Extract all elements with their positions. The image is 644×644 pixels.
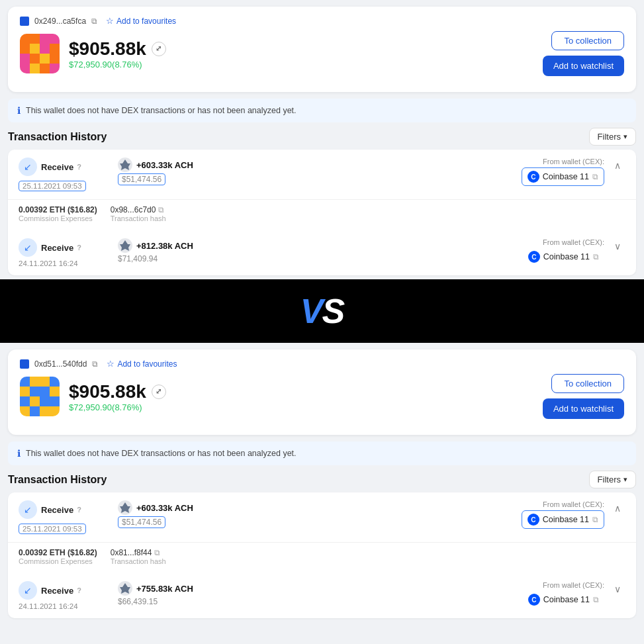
vs-text: VS	[300, 291, 344, 331]
add-favourites-2[interactable]: ☆ Add to favourites	[107, 359, 177, 369]
tx-date-2-1: 25.11.2021 09:53	[19, 524, 86, 534]
svg-marker-3	[120, 583, 130, 594]
tx-row-main-2-1: ↙ Receive ? 25.11.2021 09:53	[8, 492, 636, 543]
from-label-1-1: From wallet (CEX):	[543, 158, 604, 165]
share-icon-2[interactable]: ⤢	[152, 385, 166, 399]
receive-icon-1-1: ↙	[19, 158, 37, 176]
svg-marker-2	[120, 502, 130, 513]
wallet-address-row-2: 0xd51...540fdd ⧉ ☆ Add to favourites	[20, 359, 624, 369]
add-watchlist-btn-1[interactable]: Add to watchlist	[543, 56, 624, 76]
copy-wallet-icon-1-1[interactable]: ⧉	[592, 172, 598, 181]
tx-help-2-1: ?	[77, 506, 81, 514]
tx-row-1-2: ↙ Receive ? 24.11.2021 16:24	[8, 230, 636, 275]
tx-amount-main-2-2: +755.83k ACH	[136, 584, 193, 594]
tx-type-label-2-2: Receive ?	[41, 586, 81, 596]
token-icon-1-1	[118, 158, 132, 172]
tx-from-col-2-1: From wallet (CEX): C Coinbase 11 ⧉	[442, 500, 604, 529]
tx-token-2-1: +603.33k ACH	[118, 500, 280, 515]
info-banner-1: ℹ This wallet does not have DEX transact…	[8, 99, 636, 122]
wallet-header-2: $905.88k ⤢ $72,950.90(8.76%) To collecti…	[20, 374, 624, 419]
tx-amount-main-1-1: +603.33k ACH	[136, 160, 193, 170]
svg-marker-0	[120, 160, 130, 170]
hash-col-1-1: 0x98...6c7d0 ⧉ Transaction hash	[111, 205, 166, 222]
tx-row-detail-1-1: 0.00392 ETH ($16.82) Commission Expenses…	[8, 200, 636, 230]
from-wallet-box-1-1: C Coinbase 11 ⧉	[522, 167, 604, 186]
wallet-address-row-1: 0x249...ca5fca ⧉ ☆ Add to favourites	[20, 16, 624, 26]
token-icon-2-2	[118, 581, 132, 596]
info-icon-1: ℹ	[17, 105, 21, 116]
copy-icon-2[interactable]: ⧉	[92, 359, 101, 369]
tx-date-1-2: 24.11.2021 16:24	[19, 259, 118, 267]
tx-amount-sub-1-2: $71,409.94	[118, 254, 280, 263]
add-watchlist-btn-2[interactable]: Add to watchlist	[543, 398, 624, 419]
tx-from-col-1-1: From wallet (CEX): C Coinbase 11 ⧉	[442, 158, 604, 186]
tx-token-2-2: +755.83k ACH	[118, 581, 280, 596]
tx-amount-sub-1-1: $51,474.56	[118, 173, 165, 185]
tx-help-1-2: ?	[77, 244, 81, 252]
wallet-actions-1: To collection Add to watchlist	[543, 31, 624, 76]
chevron-down-icon-2: ▾	[623, 475, 627, 484]
tx-token-1-2: +812.38k ACH	[118, 238, 280, 253]
tx-type-label-1-1: Receive ?	[41, 162, 81, 172]
to-collection-btn-1[interactable]: To collection	[551, 31, 624, 50]
wallet-amount-1: $905.88k ⤢ $72,950.90(8.76%)	[69, 38, 166, 69]
from-wallet-name-1-1: Coinbase 11	[543, 172, 589, 181]
tx-row-detail-2-1: 0.00392 ETH ($16.82) Commission Expenses…	[8, 543, 636, 573]
add-favourites-1[interactable]: ☆ Add to favourites	[106, 16, 176, 26]
amount-main-2: $905.88k ⤢	[69, 381, 166, 402]
tx-panel-1: ↙ Receive ? 25.11.2021 09:53	[8, 150, 636, 275]
filters-btn-2[interactable]: Filters ▾	[589, 471, 636, 488]
tx-token-1-1: +603.33k ACH	[118, 158, 280, 172]
commission-col-2-1: 0.00392 ETH ($16.82) Commission Expenses	[19, 548, 97, 565]
coinbase-icon-1-1: C	[528, 171, 539, 183]
tx-toggle-1-1[interactable]: ∧	[610, 158, 625, 173]
tx-amount-col-2-1: +603.33k ACH $51,474.56	[118, 500, 280, 528]
receive-icon-1-2: ↙	[19, 238, 37, 257]
token-icon-2-1	[118, 500, 132, 515]
tx-section-header-1: Transaction History Filters ▾	[8, 128, 636, 146]
hash-col-2-1: 0x81...f8f44 ⧉ Transaction hash	[111, 548, 166, 565]
from-wallet-box-2-1: C Coinbase 11 ⧉	[522, 510, 604, 529]
to-collection-btn-2[interactable]: To collection	[551, 374, 624, 393]
tx-section-header-2: Transaction History Filters ▾	[8, 471, 636, 488]
tx-panel-wrapper-1: ↙ Receive ? 25.11.2021 09:53	[0, 150, 644, 275]
amount-sub-1: $72,950.90(8.76%)	[69, 60, 166, 69]
receive-icon-2-2: ↙	[19, 581, 37, 600]
from-wallet-name-2-2: Coinbase 11	[543, 595, 590, 604]
wallet-panel-2: 0xd51...540fdd ⧉ ☆ Add to favourites $90…	[8, 349, 636, 435]
coinbase-icon-2-2: C	[528, 594, 540, 606]
from-label-2-2: From wallet (CEX):	[543, 581, 604, 589]
tx-type-col-1-1: ↙ Receive ? 25.11.2021 09:53	[19, 158, 118, 191]
commission-col-1-1: 0.00392 ETH ($16.82) Commission Expenses	[19, 205, 97, 222]
share-icon-1[interactable]: ⤢	[152, 42, 166, 56]
tx-type-label-2-1: Receive ?	[41, 505, 81, 515]
receive-icon-2-1: ↙	[19, 500, 37, 519]
filters-btn-1[interactable]: Filters ▾	[589, 128, 636, 146]
tx-date-2-2: 24.11.2021 16:24	[19, 602, 118, 610]
tx-type-col-2-1: ↙ Receive ? 25.11.2021 09:53	[19, 500, 118, 534]
tx-type-col-2-2: ↙ Receive ? 24.11.2021 16:24	[19, 581, 118, 610]
from-label-1-2: From wallet (CEX):	[543, 238, 604, 246]
tx-row-2-1: ↙ Receive ? 25.11.2021 09:53	[8, 492, 636, 573]
svg-marker-1	[120, 240, 130, 251]
copy-icon-1[interactable]: ⧉	[91, 17, 101, 26]
tx-toggle-2-1[interactable]: ∧	[610, 500, 625, 516]
amount-sub-2: $72,950.90(8.76%)	[69, 402, 166, 412]
copy-hash-icon-2-1[interactable]: ⧉	[154, 548, 160, 557]
copy-hash-icon-1-1[interactable]: ⧉	[158, 205, 164, 214]
tx-type-label-1-2: Receive ?	[41, 243, 81, 253]
tx-toggle-1-2[interactable]: ∨	[610, 238, 625, 254]
tx-amount-main-2-1: +603.33k ACH	[136, 503, 193, 513]
copy-wallet-icon-2-1[interactable]: ⧉	[592, 515, 598, 524]
copy-wallet-icon-2-2[interactable]: ⧉	[593, 595, 599, 604]
amount-main-1: $905.88k ⤢	[69, 38, 166, 60]
tx-toggle-2-2[interactable]: ∨	[610, 581, 625, 597]
vs-banner: VS	[0, 279, 644, 343]
tx-help-2-2: ?	[77, 586, 81, 594]
star-icon-2: ☆	[107, 359, 115, 369]
wallet-header-1: $905.88k ⤢ $72,950.90(8.76%) To collecti…	[20, 31, 624, 76]
copy-wallet-icon-1-2[interactable]: ⧉	[593, 252, 599, 261]
tx-amount-sub-2-2: $66,439.15	[118, 597, 280, 606]
tx-amount-col-2-2: +755.83k ACH $66,439.15	[118, 581, 280, 606]
wallet-info-left-2: $905.88k ⤢ $72,950.90(8.76%)	[20, 377, 166, 416]
